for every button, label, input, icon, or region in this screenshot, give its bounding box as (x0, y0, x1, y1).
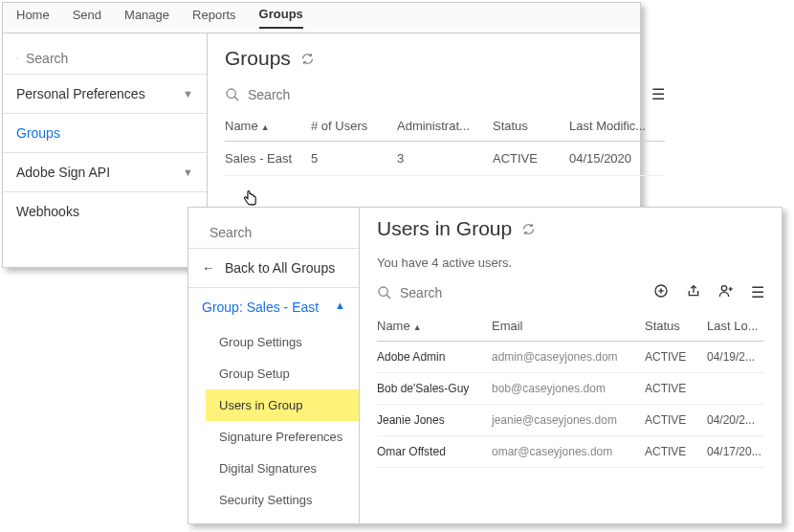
cell-name: Adobe Admin (377, 350, 492, 364)
back-label: Back to All Groups (225, 260, 335, 276)
tab-manage[interactable]: Manage (124, 8, 169, 28)
add-user-icon[interactable] (718, 283, 734, 299)
cell-email: jeanie@caseyjones.dom (492, 413, 645, 427)
cell-admins: 3 (397, 151, 493, 166)
page-title-text: Groups (225, 47, 291, 70)
table-row[interactable]: Jeanie Jones jeanie@caseyjones.dom ACTIV… (377, 405, 764, 436)
sidebar-item-label: Webhooks (16, 204, 79, 219)
search-icon (16, 51, 18, 66)
group-label: Group: Sales - East (202, 299, 319, 315)
sidebar-item-groups[interactable]: Groups (3, 113, 207, 152)
sidebar-item-webhooks[interactable]: Webhooks (3, 191, 207, 231)
col-name[interactable]: Name▲ (377, 319, 492, 333)
users-search[interactable] (377, 285, 567, 300)
svg-line-3 (234, 97, 238, 100)
svg-point-6 (379, 287, 387, 296)
cursor-hand-icon (239, 188, 260, 209)
chevron-down-icon: ▼ (183, 88, 193, 100)
cell-email: omar@caseyjones.dom (492, 445, 645, 458)
table-row[interactable]: Sales - East 5 3 ACTIVE 04/15/2020 (225, 142, 665, 176)
svg-point-12 (721, 286, 726, 291)
sidebar-group-detail: ← Back to All Groups Group: Sales - East… (188, 208, 360, 523)
tab-home[interactable]: Home (16, 8, 50, 28)
cell-email: bob@caseyjones.dom (492, 382, 645, 395)
cell-name: Omar Offsted (377, 445, 492, 458)
subitem-users-in-group[interactable]: Users in Group (206, 389, 359, 421)
cell-status: ACTIVE (645, 413, 707, 427)
sidebar-item-label: Personal Preferences (16, 86, 145, 101)
sidebar-item-adobe-sign-api[interactable]: Adobe Sign API ▼ (3, 152, 207, 191)
table-search[interactable] (225, 87, 415, 102)
cell-last (707, 382, 764, 395)
svg-line-1 (17, 58, 18, 59)
col-status[interactable]: Status (493, 119, 569, 133)
svg-point-0 (16, 57, 17, 58)
cell-users: 5 (311, 151, 397, 166)
sidebar-left: Personal Preferences ▼ Groups Adobe Sign… (3, 33, 208, 267)
main-users-in-group: Users in Group You have 4 active users. … (360, 208, 782, 523)
col-modified[interactable]: Last Modific... (569, 119, 665, 133)
refresh-icon[interactable] (300, 52, 315, 66)
export-icon[interactable] (686, 283, 701, 299)
back-arrow-icon: ← (202, 260, 215, 276)
table-search-input[interactable] (248, 87, 415, 102)
subitem-group-settings[interactable]: Group Settings (206, 326, 359, 358)
cell-status: ACTIVE (493, 151, 569, 166)
add-icon[interactable] (653, 283, 669, 299)
chevron-down-icon: ▼ (183, 166, 193, 178)
subitem-group-setup[interactable]: Group Setup (206, 358, 359, 389)
cell-last: 04/20/2... (707, 413, 764, 427)
users-search-input[interactable] (400, 285, 567, 300)
subitem-signature-preferences[interactable]: Signature Preferences (206, 421, 359, 453)
col-status[interactable]: Status (645, 319, 707, 333)
cell-name: Sales - East (225, 151, 311, 166)
svg-line-7 (386, 295, 390, 299)
tab-send[interactable]: Send (73, 8, 101, 28)
cell-name: Jeanie Jones (377, 413, 492, 427)
svg-point-2 (227, 89, 235, 98)
col-users[interactable]: # of Users (311, 119, 397, 133)
col-admins[interactable]: Administrat... (397, 119, 493, 133)
table-row[interactable]: Adobe Admin admin@caseyjones.dom ACTIVE … (377, 342, 764, 373)
users-table-header: Name▲ Email Status Last Lo... (377, 311, 764, 342)
tab-reports[interactable]: Reports (192, 8, 236, 28)
sidebar2-search-input[interactable] (210, 225, 360, 240)
sidebar-item-label: Groups (16, 125, 60, 141)
cell-last: 04/17/20... (707, 445, 764, 458)
active-users-message: You have 4 active users. (377, 255, 764, 270)
menu-icon[interactable]: ☰ (651, 85, 665, 103)
cell-status: ACTIVE (645, 382, 707, 395)
cell-name: Bob de'Sales-Guy (377, 382, 492, 395)
page-title-users: Users in Group (377, 217, 764, 240)
back-to-all-groups[interactable]: ← Back to All Groups (188, 248, 359, 287)
search-icon (225, 87, 240, 102)
cell-status: ACTIVE (645, 445, 707, 458)
top-nav: Home Send Manage Reports Groups (3, 3, 640, 33)
table-header: Name▲ # of Users Administrat... Status L… (225, 111, 665, 142)
table-row[interactable]: Omar Offsted omar@caseyjones.dom ACTIVE … (377, 436, 764, 468)
sidebar-search[interactable] (3, 43, 207, 74)
col-name[interactable]: Name▲ (225, 119, 311, 133)
subitem-security-settings[interactable]: Security Settings (206, 484, 359, 516)
sort-asc-icon: ▲ (413, 322, 422, 332)
cell-email: admin@caseyjones.dom (492, 350, 645, 364)
refresh-icon[interactable] (521, 222, 536, 236)
subitem-digital-signatures[interactable]: Digital Signatures (206, 453, 359, 484)
sort-asc-icon: ▲ (261, 122, 270, 132)
sidebar-item-personal-preferences[interactable]: Personal Preferences ▼ (3, 74, 207, 113)
sidebar2-search[interactable] (188, 217, 359, 248)
tab-groups[interactable]: Groups (259, 7, 303, 29)
cell-modified: 04/15/2020 (569, 151, 665, 166)
cell-status: ACTIVE (645, 350, 707, 364)
sidebar-item-label: Adobe Sign API (16, 165, 110, 180)
search-icon (377, 285, 392, 300)
chevron-up-icon: ▲ (335, 299, 345, 315)
col-last-login[interactable]: Last Lo... (707, 319, 764, 333)
sidebar-search-input[interactable] (26, 51, 193, 66)
group-header[interactable]: Group: Sales - East ▲ (188, 287, 359, 326)
col-email[interactable]: Email (492, 319, 645, 333)
menu-icon[interactable]: ☰ (751, 283, 764, 301)
table-row[interactable]: Bob de'Sales-Guy bob@caseyjones.dom ACTI… (377, 373, 764, 405)
page-title: Groups (225, 47, 665, 70)
panel-users-in-group: ← Back to All Groups Group: Sales - East… (187, 207, 783, 524)
